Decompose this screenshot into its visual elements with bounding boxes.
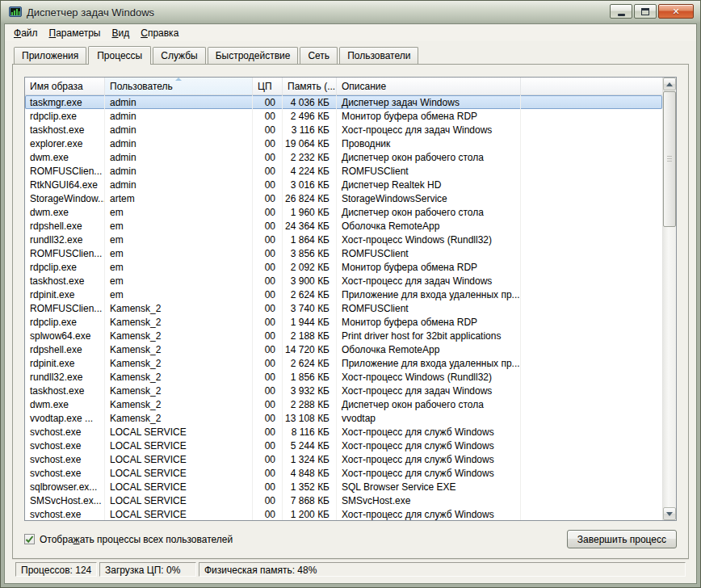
cell-filler [521,397,531,411]
tab-processes[interactable]: Процессы [88,46,151,65]
table-row[interactable]: rdpshell.exeem0024 364 КБОболочка Remote… [25,219,662,233]
table-row[interactable]: taskhost.exeem003 900 КБХост-процесс для… [25,274,662,288]
cell-name: SMSvcHost.ex... [25,494,105,507]
cell-mem: 2 496 КБ [283,109,337,123]
cell-user: Kamensk_2 [105,315,253,329]
table-row[interactable]: sqlbrowser.ex...LOCAL SERVICE001 352 КБS… [25,480,662,494]
table-row[interactable]: svchost.exeLOCAL SERVICE001 324 КБХост-п… [25,452,662,466]
menu-view[interactable]: Вид [106,26,135,41]
status-cpu-usage: Загрузка ЦП: 0% [99,562,196,577]
cell-filler [521,494,531,507]
cell-filler [521,480,531,494]
menu-help[interactable]: Справка [135,26,184,41]
table-row[interactable]: rdpclip.exeem002 092 КБМонитор буфера об… [25,260,662,274]
table-row[interactable]: vvodtap.exe ...Kamensk_20013 108 КБvvodt… [25,411,662,425]
cell-mem: 8 116 КБ [283,425,337,439]
cell-user: Kamensk_2 [105,342,253,356]
table-row[interactable]: ROMFUSClien...Kamensk_2003 740 КБROMFUSC… [25,301,662,315]
maximize-button[interactable] [634,4,657,19]
cell-desc: ROMFUSClient [337,164,521,178]
show-all-users-checkbox[interactable]: Отображать процессы всех пользователей [24,534,233,545]
cell-name: rundll32.exe [25,233,105,246]
tab-networking[interactable]: Сеть [300,47,338,64]
cell-name: svchost.exe [25,439,105,452]
cell-cpu: 00 [253,191,283,205]
titlebar[interactable]: Диспетчер задач Windows ✕ [1,1,700,23]
cell-filler [521,246,531,260]
cell-user: LOCAL SERVICE [105,466,253,480]
scroll-down-button[interactable] [663,507,676,520]
cell-cpu: 00 [253,205,283,219]
table-row[interactable]: StorageWindow...artem0026 824 КБStorageW… [25,191,662,205]
table-row[interactable]: RtkNGUI64.exeadmin003 016 КБДиспетчер Re… [25,178,662,191]
table-row[interactable]: rdpclip.exeadmin002 496 КБМонитор буфера… [25,109,662,123]
cell-user: admin [105,164,253,178]
table-row[interactable]: rdpinit.exeem002 624 КБПриложение для вх… [25,288,662,301]
vertical-scrollbar[interactable] [662,78,676,520]
table-row[interactable]: SMSvcHost.ex...LOCAL SERVICE007 868 КБSM… [25,494,662,507]
tab-applications[interactable]: Приложения [14,47,86,64]
table-row[interactable]: rdpinit.exeKamensk_2002 624 КБПриложение… [25,356,662,370]
status-physical-memory: Физическая память: 48% [199,562,686,577]
table-row[interactable]: svchost.exeLOCAL SERVICE008 116 КБХост-п… [25,425,662,439]
cell-user: em [105,288,253,301]
table-row[interactable]: rundll32.exeKamensk_2001 856 КБХост-проц… [25,370,662,384]
table-row[interactable]: dwm.exeem001 960 КБДиспетчер окон рабоче… [25,205,662,219]
end-process-button[interactable]: Завершить процесс [567,530,677,548]
table-row[interactable]: rdpshell.exeKamensk_20014 720 КБОболочка… [25,342,662,356]
scroll-up-button[interactable] [663,78,676,90]
cell-mem: 2 624 КБ [283,356,337,370]
table-row[interactable]: svchost.exeLOCAL SERVICE004 848 КБХост-п… [25,466,662,480]
cell-desc: Хост-процесс для служб Windows [337,425,521,439]
arrow-down-icon [666,512,673,516]
table-row[interactable]: ROMFUSClien...admin004 224 КБROMFUSClien… [25,164,662,178]
table-row[interactable]: svchost.exeLOCAL SERVICE005 244 КБХост-п… [25,439,662,452]
menu-file[interactable]: Файл [8,26,44,41]
scroll-thumb[interactable] [663,91,676,227]
cell-user: admin [105,123,253,136]
table-row[interactable]: rundll32.exeem001 864 КБХост-процесс Win… [25,233,662,246]
table-row[interactable]: dwm.exeadmin002 232 КБДиспетчер окон раб… [25,150,662,164]
cell-cpu: 00 [253,466,283,480]
close-button[interactable]: ✕ [658,4,694,19]
cell-desc: Хост-процесс для задач Windows [337,274,521,288]
cell-name: svchost.exe [25,452,105,466]
column-header-memory[interactable]: Память (... [283,78,337,94]
cell-mem: 5 244 КБ [283,439,337,452]
cell-desc: Хост-процесс Windows (Rundll32) [337,370,521,384]
cell-filler [521,466,531,480]
cell-cpu: 00 [253,370,283,384]
table-row[interactable]: explorer.exeadmin0019 064 КБПроводник [25,136,662,150]
column-header-user-name[interactable]: Пользователь [105,78,253,94]
minimize-icon [618,14,625,16]
cell-desc: Монитор буфера обмена RDP [337,315,521,329]
tab-strip: ПриложенияПроцессыСлужбыБыстродействиеСе… [12,46,689,64]
column-header-cpu[interactable]: ЦП [253,78,283,94]
table-row[interactable]: taskhost.exeKamensk_2003 932 КБХост-проц… [25,384,662,397]
cell-mem: 1 324 КБ [283,452,337,466]
checkbox-box[interactable] [24,534,35,544]
cell-cpu: 00 [253,425,283,439]
tab-services[interactable]: Службы [153,47,205,64]
cell-cpu: 00 [253,411,283,425]
menu-options[interactable]: Параметры [44,26,107,41]
table-row[interactable]: dwm.exeKamensk_2002 288 КБДиспетчер окон… [25,397,662,411]
cell-desc: Монитор буфера обмена RDP [337,260,521,274]
cell-cpu: 00 [253,95,283,109]
minimize-button[interactable] [610,4,632,19]
table-row[interactable]: ROMFUSClien...em003 856 КБROMFUSClient [25,246,662,260]
column-header-description[interactable]: Описание [337,78,521,94]
cell-filler [521,411,531,425]
table-row[interactable]: rdpclip.exeKamensk_2001 944 КБМонитор бу… [25,315,662,329]
tab-users[interactable]: Пользователи [339,47,418,64]
cell-desc: Хост-процесс для служб Windows [337,439,521,452]
table-row[interactable]: splwow64.exeKamensk_2002 188 КБPrint dri… [25,329,662,342]
maximize-icon [641,8,649,15]
tab-performance[interactable]: Быстродействие [208,47,299,64]
cell-mem: 7 868 КБ [283,494,337,507]
table-row[interactable]: svchost.exeLOCAL SERVICE001 200 КБХост-п… [25,507,662,520]
table-row[interactable]: taskhost.exeadmin003 116 КБХост-процесс … [25,123,662,136]
table-row[interactable]: taskmgr.exeadmin004 036 КБДиспетчер зада… [25,95,662,109]
column-header-image-name[interactable]: Имя образа [25,78,105,94]
cell-filler [521,452,531,466]
